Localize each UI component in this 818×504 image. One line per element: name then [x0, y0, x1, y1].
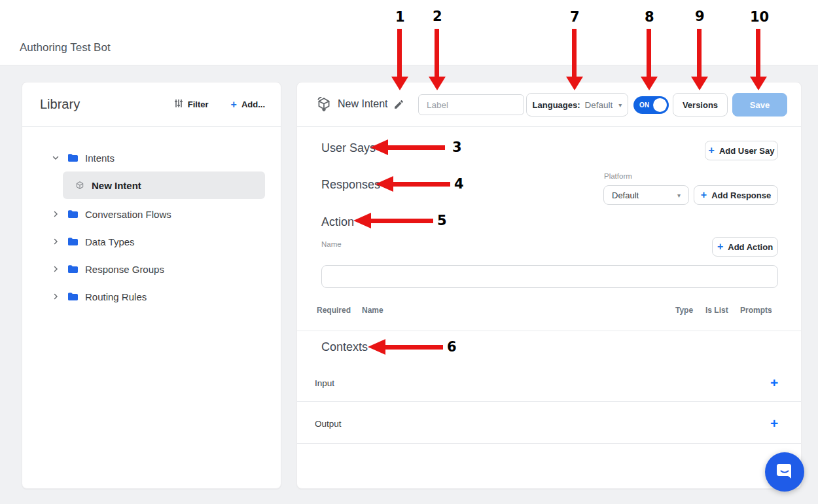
annotation-arrow-6: [384, 345, 443, 350]
col-header-required: Required: [317, 306, 351, 315]
folder-icon: [67, 264, 78, 274]
add-action-button[interactable]: + Add Action: [712, 237, 778, 257]
annotation-number-9: 9: [695, 9, 705, 24]
toggle-knob: [653, 98, 667, 112]
annotation-number-5: 5: [437, 213, 447, 228]
label-input[interactable]: [418, 94, 524, 115]
filter-label: Filter: [188, 99, 209, 109]
tree-item-label: Data Types: [85, 236, 135, 247]
add-input-context-button[interactable]: +: [770, 376, 778, 389]
plus-icon: +: [717, 242, 723, 252]
col-header-is-list: Is List: [705, 306, 728, 315]
responses-title: Responses: [321, 178, 380, 192]
chevron-down-icon[interactable]: [52, 154, 61, 162]
chevron-right-icon[interactable]: [52, 293, 61, 300]
versions-button[interactable]: Versions: [673, 93, 728, 117]
annotation-arrowhead-3: [370, 139, 388, 155]
caret-down-icon: ▾: [618, 101, 622, 109]
plus-icon: +: [709, 145, 715, 156]
tree-item-label: Routing Rules: [85, 291, 147, 302]
edit-pencil-icon[interactable]: [393, 99, 404, 113]
action-name-input[interactable]: [321, 265, 778, 288]
annotation-arrowhead-10: [750, 77, 767, 90]
tree-item-conversation-flows[interactable]: Conversation Flows: [22, 200, 281, 228]
section-divider: [297, 331, 801, 331]
annotation-arrowhead-5: [353, 213, 371, 228]
contexts-output-label: Output: [315, 419, 342, 429]
annotation-number-1: 1: [395, 9, 405, 25]
add-button[interactable]: + Add...: [231, 99, 265, 110]
folder-icon: [67, 209, 78, 219]
folder-icon: [67, 292, 78, 301]
tree-item-label: New Intent: [92, 180, 141, 191]
folder-icon: [67, 153, 78, 162]
platform-select[interactable]: Default ▾: [603, 185, 689, 205]
languages-dropdown[interactable]: Languages: Default ▾: [526, 93, 628, 117]
contexts-title: Contexts: [321, 340, 368, 354]
tree-item-intents[interactable]: Intents: [22, 144, 281, 171]
editor-header: New Intent Languages: Default ▾ ON Versi…: [297, 82, 801, 127]
annotation-arrowhead-6: [368, 339, 385, 355]
tree-item-new-intent[interactable]: New Intent: [63, 171, 265, 199]
annotation-number-3: 3: [452, 139, 462, 155]
library-tree: Intents New Intent Conversation Flows: [22, 127, 281, 310]
languages-label: Languages:: [533, 100, 580, 110]
annotation-arrowhead-8: [641, 77, 658, 90]
folder-icon: [67, 237, 78, 246]
annotation-number-4: 4: [454, 176, 464, 192]
chevron-right-icon[interactable]: [52, 265, 61, 273]
caret-down-icon: ▾: [677, 192, 681, 199]
library-header: Library Filter + Add...: [22, 82, 281, 127]
annotation-number-8: 8: [645, 9, 654, 25]
filter-button[interactable]: Filter: [174, 99, 209, 110]
add-user-say-button[interactable]: + Add User Say: [705, 141, 778, 160]
languages-value: Default: [585, 100, 613, 110]
add-output-context-button[interactable]: +: [770, 416, 778, 430]
platform-label: Platform: [604, 172, 632, 180]
tree-item-response-groups[interactable]: Response Groups: [22, 255, 281, 283]
annotation-arrow-7: [572, 29, 577, 77]
row-divider: [297, 443, 801, 444]
action-title: Action: [321, 215, 354, 229]
annotation-arrow-3: [387, 145, 445, 150]
plus-icon: +: [701, 190, 707, 200]
annotation-arrowhead-2: [429, 77, 446, 90]
annotation-number-2: 2: [433, 9, 442, 24]
save-button[interactable]: Save: [732, 93, 787, 117]
col-header-prompts: Prompts: [740, 306, 772, 315]
annotation-arrow-10: [756, 29, 760, 77]
row-divider: [297, 401, 801, 402]
tree-item-label: Response Groups: [85, 264, 164, 275]
annotation-arrow-1: [397, 29, 402, 77]
intent-cube-icon: [75, 181, 84, 190]
annotation-number-7: 7: [570, 9, 580, 25]
chevron-right-icon[interactable]: [52, 210, 61, 218]
library-title: Library: [40, 97, 80, 112]
add-response-label: Add Response: [711, 190, 771, 200]
enabled-toggle[interactable]: ON: [633, 96, 669, 114]
filter-icon: [174, 99, 183, 110]
user-says-title: User Says: [321, 141, 376, 155]
annotation-arrowhead-9: [691, 77, 708, 90]
contexts-input-label: Input: [315, 378, 334, 388]
platform-value: Default: [612, 190, 639, 200]
add-action-label: Add Action: [728, 242, 773, 252]
annotation-arrow-9: [697, 29, 702, 77]
chevron-right-icon[interactable]: [52, 238, 61, 245]
chat-launcher-button[interactable]: [765, 452, 804, 492]
tree-item-label: Conversation Flows: [85, 209, 171, 220]
action-name-label: Name: [321, 240, 342, 248]
tree-item-label: Intents: [85, 153, 115, 164]
intent-title: New Intent: [338, 98, 387, 110]
annotation-arrowhead-1: [391, 77, 408, 90]
annotation-arrowhead-4: [376, 176, 393, 192]
add-response-button[interactable]: + Add Response: [694, 185, 778, 205]
tree-item-routing-rules[interactable]: Routing Rules: [22, 283, 281, 310]
col-header-type: Type: [675, 306, 693, 315]
bot-title: Authoring Test Bot: [20, 41, 111, 54]
annotation-number-10: 10: [750, 9, 769, 25]
annotation-arrowhead-7: [566, 77, 583, 90]
tree-item-data-types[interactable]: Data Types: [22, 228, 281, 255]
annotation-arrow-8: [647, 29, 651, 77]
add-user-say-label: Add User Say: [719, 146, 775, 156]
